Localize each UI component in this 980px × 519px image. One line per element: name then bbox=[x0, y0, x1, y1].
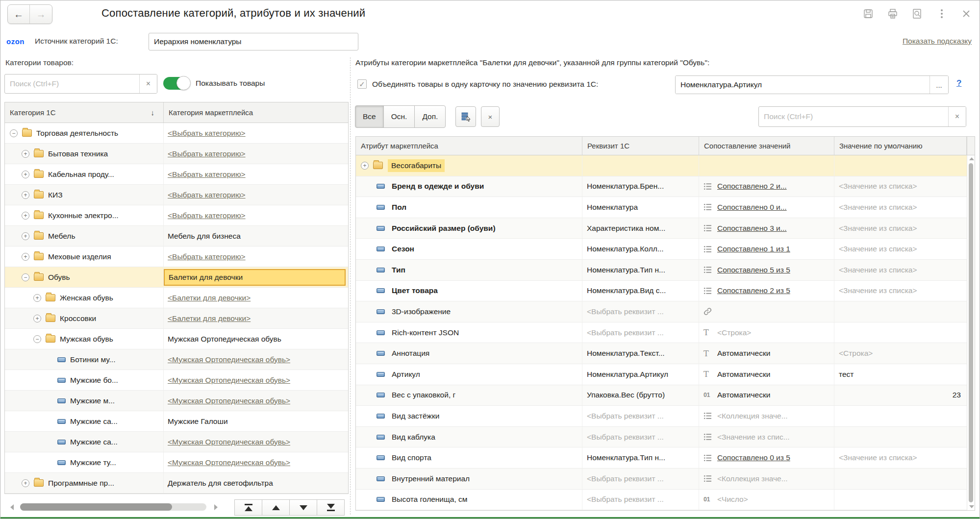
category-row[interactable]: Ботинки му... <Мужская Ортопедическая об… bbox=[5, 349, 348, 370]
category-cell[interactable]: Мужские са... bbox=[5, 411, 164, 431]
category-cell[interactable]: Мужские ту... bbox=[5, 452, 164, 472]
mapping-value[interactable]: Сопоставлено 1 из 1 bbox=[717, 245, 790, 253]
attribute-name-cell[interactable]: Внутренний материал bbox=[356, 469, 582, 489]
market-category-cell[interactable]: <Выбрать категорию> bbox=[164, 144, 348, 164]
default-value-cell[interactable]: <Значение из списка> bbox=[834, 176, 967, 197]
rekvizit-1c-value[interactable]: Номенклатура bbox=[587, 203, 638, 212]
attribute-row[interactable]: Сезон Номенклатура.Колл... Сопоставлено … bbox=[356, 239, 967, 260]
scroll-up-button[interactable] bbox=[262, 499, 290, 516]
default-value-cell[interactable]: <Значение из списка> bbox=[834, 239, 967, 259]
mapping-value[interactable]: Автоматически bbox=[717, 370, 770, 379]
attribute-row[interactable]: Внутренний материал <Выбрать реквизит ..… bbox=[356, 469, 967, 490]
rekvizit-1c-value[interactable]: Номенклатура.Колл... bbox=[587, 245, 664, 253]
expand-icon[interactable]: + bbox=[361, 162, 369, 170]
attribute-row[interactable]: Вид застёжки <Выбрать реквизит ... <Колл… bbox=[356, 406, 967, 427]
market-category-value[interactable]: Держатель для светофильтра bbox=[168, 479, 273, 488]
default-value[interactable]: 23 bbox=[839, 391, 967, 399]
mapping-cell[interactable] bbox=[699, 301, 834, 322]
rekvizit-cell[interactable]: Номенклатура.Колл... bbox=[582, 239, 699, 259]
market-category-value[interactable]: <Выбрать категорию> bbox=[168, 170, 246, 179]
rekvizit-1c-value[interactable]: Номенклатура.Брен... bbox=[587, 182, 664, 191]
category-cell[interactable]: Ботинки му... bbox=[5, 349, 164, 370]
attribute-name-cell[interactable]: Rich-контент JSON bbox=[356, 322, 582, 343]
category-row[interactable]: + Программные пр... Держатель для светоф… bbox=[5, 473, 348, 494]
category-cell[interactable]: + Меховые изделия bbox=[5, 247, 164, 267]
rekvizit-cell[interactable]: Номенклатура bbox=[582, 197, 699, 218]
expand-icon[interactable]: + bbox=[22, 232, 29, 240]
default-value-cell[interactable]: тест bbox=[834, 364, 967, 385]
market-category-cell[interactable]: <Выбрать категорию> bbox=[164, 164, 348, 184]
expand-icon[interactable]: + bbox=[22, 171, 29, 178]
category-source-input[interactable] bbox=[149, 33, 358, 50]
category-row[interactable]: Мужские са... <Мужская Ортопедическая об… bbox=[5, 432, 348, 452]
mapping-value[interactable]: <Строка> bbox=[717, 328, 751, 337]
attribute-name-cell[interactable]: Высота голенища, см bbox=[356, 490, 582, 510]
attribute-row[interactable]: Пол Номенклатура Сопоставлено 0 и... <Зн… bbox=[356, 197, 967, 218]
market-category-cell[interactable]: Держатель для светофильтра bbox=[164, 473, 348, 493]
rekvizit-cell[interactable]: <Выбрать реквизит ... bbox=[582, 322, 699, 343]
market-category-cell[interactable]: Мужская Ортопедическая обувь bbox=[164, 329, 348, 349]
default-value[interactable]: <Строка> bbox=[839, 349, 873, 358]
column-header-category-1c[interactable]: Категория 1С ↓ bbox=[5, 102, 164, 123]
rekvizit-cell[interactable]: Номенклатура.Артикул bbox=[582, 364, 699, 385]
rekvizit-cell[interactable]: Номенклатура.Текст... bbox=[582, 343, 699, 364]
merge-rekvizit-input[interactable] bbox=[676, 76, 930, 94]
default-value-cell[interactable]: <Значение из списка> bbox=[834, 218, 967, 239]
rekvizit-1c-value[interactable]: <Выбрать реквизит ... bbox=[587, 307, 664, 316]
default-value-cell[interactable] bbox=[834, 301, 967, 322]
attribute-name-cell[interactable]: Пол bbox=[356, 197, 582, 218]
market-category-cell[interactable]: Мебель для бизнеса bbox=[164, 226, 348, 246]
attribute-name-cell[interactable]: Вид спорта bbox=[356, 447, 582, 468]
default-value[interactable]: <Значение из списка> bbox=[839, 182, 917, 191]
rekvizit-cell[interactable]: <Выбрать реквизит ... bbox=[582, 406, 699, 426]
market-category-value[interactable]: <Мужская Ортопедическая обувь> bbox=[168, 376, 290, 385]
category-row[interactable]: + Мебель Мебель для бизнеса bbox=[5, 226, 348, 247]
category-row[interactable]: Мужские бо... <Мужская Ортопедическая об… bbox=[5, 370, 348, 391]
rekvizit-1c-value[interactable]: <Выбрать реквизит ... bbox=[587, 328, 664, 337]
market-category-value[interactable]: <Выбрать категорию> bbox=[168, 149, 246, 158]
category-cell[interactable]: Мужские бо... bbox=[5, 370, 164, 390]
market-category-value[interactable]: <Выбрать категорию> bbox=[168, 252, 246, 261]
default-value[interactable]: <Значение из списка> bbox=[839, 286, 917, 295]
scroll-right-icon[interactable] bbox=[214, 504, 218, 510]
default-value[interactable]: <Значение из списка> bbox=[839, 224, 917, 233]
category-row[interactable]: Мужские м... <Мужская Ортопедическая обу… bbox=[5, 391, 348, 411]
close-button[interactable] bbox=[960, 7, 973, 20]
column-header-market-category[interactable]: Категория маркетплейса bbox=[164, 102, 348, 123]
rekvizit-1c-value[interactable]: <Выбрать реквизит ... bbox=[587, 433, 664, 442]
default-value[interactable]: тест bbox=[839, 370, 854, 379]
market-category-value[interactable]: <Выбрать категорию> bbox=[168, 129, 246, 138]
expand-icon[interactable]: + bbox=[33, 294, 41, 302]
mapping-cell[interactable]: T <Строка> bbox=[699, 322, 834, 343]
mapping-cell[interactable]: <Коллекция значе... bbox=[699, 406, 834, 426]
category-row[interactable]: + Меховые изделия <Выбрать категорию> bbox=[5, 247, 348, 267]
default-value[interactable]: <Значение из списка> bbox=[839, 266, 917, 274]
vertical-scrollbar-thumb[interactable] bbox=[969, 163, 973, 502]
attribute-name-cell[interactable]: Бренд в одежде и обуви bbox=[356, 176, 582, 197]
show-hint-link[interactable]: Показать подсказку bbox=[903, 37, 972, 46]
category-row[interactable]: + Кроссовки <Балетки для девочки> bbox=[5, 308, 348, 329]
rekvizit-1c-value[interactable]: Характеристика ном... bbox=[587, 224, 665, 233]
mapping-cell[interactable]: <Значение из спис... bbox=[699, 427, 834, 447]
panel-separator[interactable] bbox=[350, 57, 351, 515]
rekvizit-cell[interactable]: Номенклатура.Вид с... bbox=[582, 281, 699, 301]
column-header-rekvizit[interactable]: Реквизит 1С bbox=[582, 137, 699, 155]
category-cell[interactable]: − Мужская обувь bbox=[5, 329, 164, 349]
attribute-name-cell[interactable]: Артикул bbox=[356, 364, 582, 385]
rekvizit-1c-value[interactable]: <Выбрать реквизит ... bbox=[587, 412, 664, 420]
default-value-cell[interactable]: <Значение из списка> bbox=[834, 447, 967, 468]
default-value[interactable]: <Значение из списка> bbox=[839, 245, 917, 253]
category-row[interactable]: + Женская обувь <Балетки для девочки> bbox=[5, 288, 348, 308]
back-button[interactable]: ← bbox=[8, 5, 30, 24]
market-category-value[interactable]: <Мужская Ортопедическая обувь> bbox=[168, 396, 290, 405]
market-category-value[interactable]: Мебель для бизнеса bbox=[168, 232, 241, 241]
market-category-cell[interactable]: <Балетки для девочки> bbox=[164, 288, 348, 308]
market-category-cell[interactable]: Балетки для девочки bbox=[164, 267, 348, 287]
market-category-value[interactable]: Балетки для девочки bbox=[164, 269, 346, 286]
rekvizit-1c-value[interactable]: Номенклатура.Тип н... bbox=[587, 266, 665, 274]
tab-[interactable]: Все bbox=[355, 105, 384, 128]
attribute-row[interactable]: Тип Номенклатура.Тип н... Сопоставлено 5… bbox=[356, 260, 967, 281]
attributes-search-input[interactable] bbox=[759, 107, 948, 126]
category-cell[interactable]: − Обувь bbox=[5, 267, 164, 287]
column-header-attribute[interactable]: Атрибут маркетплейса bbox=[356, 137, 582, 155]
